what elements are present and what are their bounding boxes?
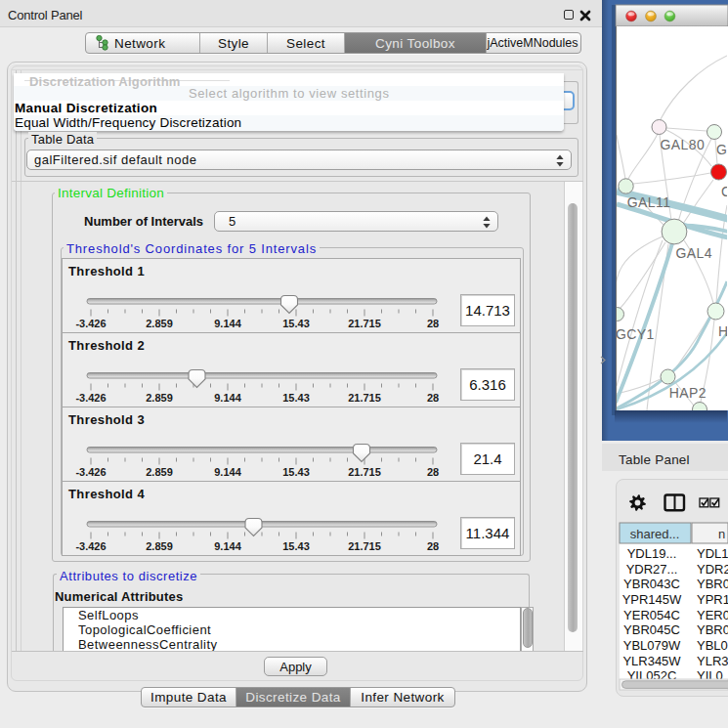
svg-text:YER054C: YER054C xyxy=(623,608,680,622)
svg-text:9.144: 9.144 xyxy=(214,318,241,329)
svg-text:GAL80: GAL80 xyxy=(661,137,706,152)
svg-text:9.144: 9.144 xyxy=(214,392,241,404)
svg-text:YER0: YER0 xyxy=(697,608,728,622)
svg-text:YDL1: YDL1 xyxy=(697,546,728,561)
svg-text:YBR0: YBR0 xyxy=(697,622,728,637)
svg-text:GCY1: GCY1 xyxy=(616,326,655,342)
svg-text:-3.426: -3.426 xyxy=(75,540,106,552)
svg-text:2.859: 2.859 xyxy=(146,540,173,552)
svg-text:28: 28 xyxy=(427,318,439,329)
svg-text:YBR045C: YBR045C xyxy=(623,622,680,637)
svg-text:n: n xyxy=(718,527,725,541)
svg-text:YLR3: YLR3 xyxy=(697,654,728,668)
svg-text:shared...: shared... xyxy=(630,527,680,541)
svg-text:2.859: 2.859 xyxy=(146,392,173,404)
svg-text:GAL11: GAL11 xyxy=(627,194,671,210)
svg-text:YDR27...: YDR27... xyxy=(626,562,678,577)
svg-text:21.715: 21.715 xyxy=(348,318,381,329)
svg-text:21.715: 21.715 xyxy=(348,392,381,404)
svg-text:YDR2: YDR2 xyxy=(697,562,728,577)
svg-text:15.43: 15.43 xyxy=(282,318,310,329)
svg-text:H: H xyxy=(718,323,728,339)
svg-text:21.715: 21.715 xyxy=(348,466,381,478)
svg-text:-3.426: -3.426 xyxy=(75,392,106,404)
svg-text:15.43: 15.43 xyxy=(282,466,310,478)
svg-text:28: 28 xyxy=(427,540,439,552)
svg-text:-3.426: -3.426 xyxy=(75,466,106,478)
svg-text:GA: GA xyxy=(716,142,728,157)
svg-text:YLR345W: YLR345W xyxy=(622,654,681,668)
svg-text:28: 28 xyxy=(427,466,439,478)
svg-text:YBL079W: YBL079W xyxy=(623,638,681,653)
svg-text:YBR043C: YBR043C xyxy=(623,577,680,591)
svg-text:9.144: 9.144 xyxy=(214,466,241,478)
svg-text:28: 28 xyxy=(427,392,439,404)
svg-text:YBR0: YBR0 xyxy=(697,577,728,591)
svg-text:15.43: 15.43 xyxy=(282,540,310,552)
svg-text:2.859: 2.859 xyxy=(146,318,173,329)
svg-text:GAL4: GAL4 xyxy=(676,245,712,261)
svg-text:2.859: 2.859 xyxy=(146,466,173,478)
svg-text:YPR145W: YPR145W xyxy=(622,592,682,607)
svg-text:YBL0: YBL0 xyxy=(697,638,728,653)
svg-text:HAP2: HAP2 xyxy=(669,385,707,401)
svg-text:-3.426: -3.426 xyxy=(75,318,106,329)
svg-text:15.43: 15.43 xyxy=(282,392,310,404)
svg-text:9.144: 9.144 xyxy=(214,540,241,552)
svg-text:C: C xyxy=(721,184,728,199)
svg-text:21.715: 21.715 xyxy=(348,540,381,552)
svg-text:YPR1: YPR1 xyxy=(697,592,728,607)
svg-text:YDL19...: YDL19... xyxy=(627,546,677,561)
